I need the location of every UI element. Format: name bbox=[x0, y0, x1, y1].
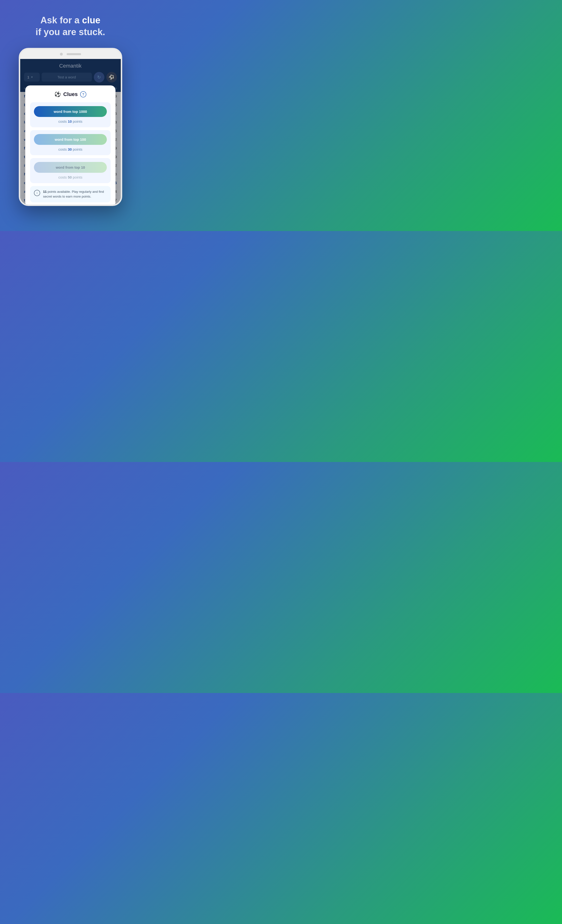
app-content: Cemantik 1 ▼ Test a word ↻ ⚽ wor % fun3.… bbox=[20, 59, 121, 204]
clue-card-top1000: word from top 1000 costs 10 points bbox=[30, 102, 111, 127]
info-icon: i bbox=[34, 190, 40, 196]
modal-title: ⚽ Clues ? bbox=[30, 91, 111, 98]
phone-mockup: Cemantik 1 ▼ Test a word ↻ ⚽ wor % fun3.… bbox=[19, 48, 122, 206]
clue-card-top100: word from top 100 costs 30 points bbox=[30, 130, 111, 155]
phone-top-bar bbox=[20, 50, 121, 59]
clue-button-top10[interactable]: word from top 10 bbox=[34, 162, 107, 173]
hero-heading: Ask for a clue if you are stuck. bbox=[36, 14, 105, 38]
soccer-icon: ⚽ bbox=[54, 91, 61, 98]
phone-speaker bbox=[67, 53, 81, 55]
clue-cost-top10: costs 50 points bbox=[34, 175, 107, 179]
hero-highlight: clue bbox=[82, 15, 100, 25]
points-info: i 11 points available. Play regularly an… bbox=[30, 186, 111, 202]
points-available-value: 11 bbox=[43, 190, 46, 194]
points-label: points available. bbox=[48, 190, 71, 194]
help-icon[interactable]: ? bbox=[80, 91, 86, 98]
clue-button-top100[interactable]: word from top 100 bbox=[34, 134, 107, 145]
clue-card-top10: word from top 10 costs 50 points bbox=[30, 158, 111, 183]
modal-title-text: Clues bbox=[63, 91, 78, 98]
phone-camera bbox=[60, 53, 63, 56]
clue-button-top1000[interactable]: word from top 1000 bbox=[34, 106, 107, 117]
clues-modal: ⚽ Clues ? word from top 1000 costs 10 po… bbox=[25, 86, 115, 206]
clue-cost-top1000: costs 10 points bbox=[34, 119, 107, 123]
points-text: 11 points available. Play regularly and … bbox=[43, 189, 107, 199]
hero-line1: Ask for a bbox=[40, 15, 82, 25]
hero-section: Ask for a clue if you are stuck. bbox=[26, 0, 115, 48]
modal-overlay[interactable]: ⚽ Clues ? word from top 1000 costs 10 po… bbox=[20, 59, 121, 204]
clue-cost-top100: costs 30 points bbox=[34, 147, 107, 152]
hero-line2: if you are stuck. bbox=[36, 27, 105, 37]
